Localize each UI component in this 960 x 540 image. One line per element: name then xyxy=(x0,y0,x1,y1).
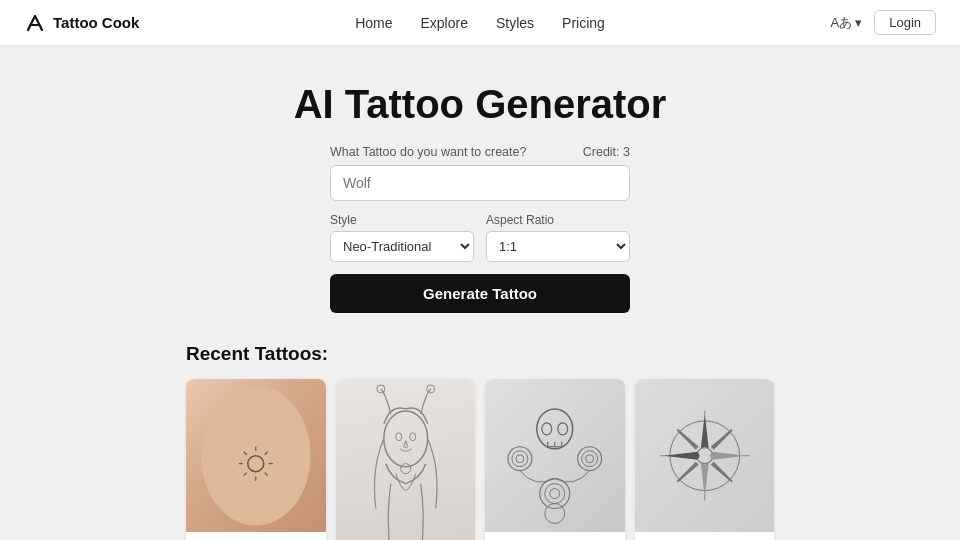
prompt-input[interactable] xyxy=(330,165,630,201)
tattoo-card[interactable]: mansão panorâmica Gothic xyxy=(485,379,625,540)
nav-pricing[interactable]: Pricing xyxy=(562,15,605,31)
navbar: Tattoo Cook Home Explore Styles Pricing … xyxy=(0,0,960,46)
language-button[interactable]: Aあ ▾ xyxy=(831,14,863,32)
ratio-select[interactable]: 1:1 3:4 4:3 9:16 xyxy=(486,231,630,262)
ratio-group: Aspect Ratio 1:1 3:4 4:3 9:16 xyxy=(486,213,630,262)
lang-label: Aあ xyxy=(831,14,853,32)
card-image xyxy=(485,379,625,532)
svg-marker-39 xyxy=(710,462,732,483)
svg-point-28 xyxy=(550,489,560,499)
svg-point-22 xyxy=(516,455,524,463)
card-body: mansão panorâmica Gothic xyxy=(485,532,625,540)
tattoo-card[interactable]: compass Blackwork xyxy=(635,379,775,540)
logo-text: Tattoo Cook xyxy=(53,14,139,31)
card-image xyxy=(635,379,775,532)
tattoo-card[interactable]: Minimalist Minimalist xyxy=(186,379,326,540)
svg-marker-40 xyxy=(676,462,698,483)
card-body: compass Blackwork xyxy=(635,532,775,540)
svg-marker-34 xyxy=(700,463,708,498)
card-body: Minimalist Minimalist xyxy=(186,532,326,540)
form-meta: What Tattoo do you want to create? Credi… xyxy=(330,145,630,159)
page-title: AI Tattoo Generator xyxy=(294,82,667,127)
chevron-down-icon: ▾ xyxy=(855,15,862,30)
style-label: Style xyxy=(330,213,474,227)
svg-point-27 xyxy=(545,484,565,504)
svg-point-15 xyxy=(400,464,410,474)
tattoo-grid: Minimalist Minimalist xyxy=(186,379,774,540)
tattoo-card[interactable]: Shaman woman Sketch xyxy=(336,379,476,540)
svg-marker-38 xyxy=(676,429,698,450)
svg-marker-35 xyxy=(662,452,699,460)
svg-point-11 xyxy=(376,385,384,393)
svg-point-25 xyxy=(586,455,594,463)
nav-links: Home Explore Styles Pricing xyxy=(355,15,605,31)
svg-point-29 xyxy=(545,504,565,524)
prompt-label: What Tattoo do you want to create? xyxy=(330,145,526,159)
credit-display: Credit: 3 xyxy=(583,145,630,159)
svg-point-14 xyxy=(409,433,415,441)
svg-point-10 xyxy=(383,411,427,467)
svg-point-24 xyxy=(582,451,598,467)
nav-home[interactable]: Home xyxy=(355,15,392,31)
svg-point-21 xyxy=(512,451,528,467)
card-image xyxy=(336,379,476,540)
nav-right: Aあ ▾ Login xyxy=(831,10,936,35)
svg-point-18 xyxy=(558,423,568,435)
svg-marker-33 xyxy=(700,414,708,449)
svg-marker-36 xyxy=(709,452,746,460)
ratio-label: Aspect Ratio xyxy=(486,213,630,227)
card-image xyxy=(186,379,326,532)
svg-point-17 xyxy=(542,423,552,435)
svg-marker-37 xyxy=(710,429,732,450)
generate-button[interactable]: Generate Tattoo xyxy=(330,274,630,313)
logo-icon xyxy=(24,12,46,34)
style-group: Style Neo-Traditional Minimalist Sketch … xyxy=(330,213,474,262)
dropdowns-row: Style Neo-Traditional Minimalist Sketch … xyxy=(330,213,630,262)
generator-form: What Tattoo do you want to create? Credi… xyxy=(330,145,630,313)
login-button[interactable]: Login xyxy=(874,10,936,35)
nav-explore[interactable]: Explore xyxy=(420,15,467,31)
main-content: AI Tattoo Generator What Tattoo do you w… xyxy=(0,46,960,540)
nav-styles[interactable]: Styles xyxy=(496,15,534,31)
recent-tattoos-section: Recent Tattoos: xyxy=(170,343,790,540)
svg-point-13 xyxy=(395,433,401,441)
recent-title: Recent Tattoos: xyxy=(186,343,774,365)
style-select[interactable]: Neo-Traditional Minimalist Sketch Blackw… xyxy=(330,231,474,262)
logo[interactable]: Tattoo Cook xyxy=(24,12,139,34)
